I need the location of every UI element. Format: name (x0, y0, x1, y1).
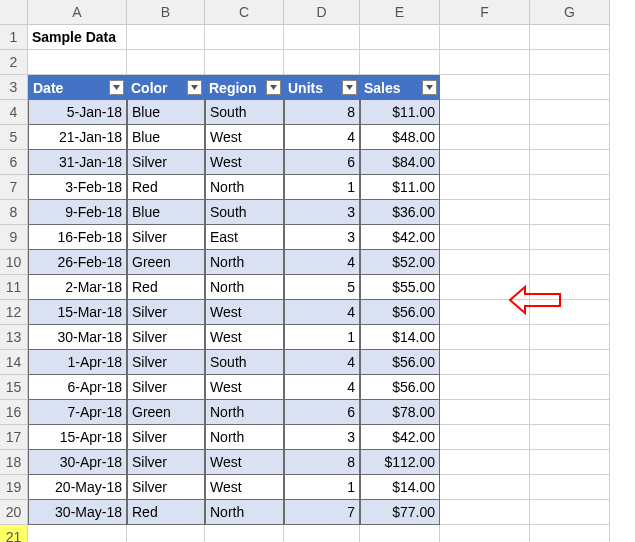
cell-units-19[interactable]: 1 (284, 475, 360, 500)
cell-region-20[interactable]: North (205, 500, 284, 525)
cell-color-6[interactable]: Silver (127, 150, 205, 175)
cell-region-8[interactable]: South (205, 200, 284, 225)
row-header-8[interactable]: 8 (0, 200, 28, 225)
cell-sales-6[interactable]: $84.00 (360, 150, 440, 175)
cell-date-9[interactable]: 16-Feb-18 (28, 225, 127, 250)
cell-1-F[interactable] (440, 25, 530, 50)
cell-date-12[interactable]: 15-Mar-18 (28, 300, 127, 325)
cell-sales-14[interactable]: $56.00 (360, 350, 440, 375)
cell-date-18[interactable]: 30-Apr-18 (28, 450, 127, 475)
cell-21-A[interactable] (28, 525, 127, 542)
filter-units-button[interactable] (342, 80, 357, 95)
cell-18-G[interactable] (530, 450, 610, 475)
row-header-14[interactable]: 14 (0, 350, 28, 375)
cell-14-F[interactable] (440, 350, 530, 375)
cell-sales-13[interactable]: $14.00 (360, 325, 440, 350)
cell-date-4[interactable]: 5-Jan-18 (28, 100, 127, 125)
cell-region-18[interactable]: West (205, 450, 284, 475)
cell-sales-4[interactable]: $11.00 (360, 100, 440, 125)
cell-8-F[interactable] (440, 200, 530, 225)
row-header-5[interactable]: 5 (0, 125, 28, 150)
cell-units-7[interactable]: 1 (284, 175, 360, 200)
cell-1-B[interactable] (127, 25, 205, 50)
cell-color-12[interactable]: Silver (127, 300, 205, 325)
cell-21-D[interactable] (284, 525, 360, 542)
col-header-F[interactable]: F (440, 0, 530, 25)
filter-date-button[interactable] (109, 80, 124, 95)
row-header-17[interactable]: 17 (0, 425, 28, 450)
filter-color-button[interactable] (187, 80, 202, 95)
cell-sales-11[interactable]: $55.00 (360, 275, 440, 300)
col-header-B[interactable]: B (127, 0, 205, 25)
cell-sales-19[interactable]: $14.00 (360, 475, 440, 500)
cell-sales-18[interactable]: $112.00 (360, 450, 440, 475)
cell-color-16[interactable]: Green (127, 400, 205, 425)
cell-17-G[interactable] (530, 425, 610, 450)
table-header-region[interactable]: Region (205, 75, 284, 100)
cell-7-G[interactable] (530, 175, 610, 200)
cell-region-16[interactable]: North (205, 400, 284, 425)
cell-region-14[interactable]: South (205, 350, 284, 375)
cell-16-F[interactable] (440, 400, 530, 425)
cell-1-C[interactable] (205, 25, 284, 50)
table-header-units[interactable]: Units (284, 75, 360, 100)
cell-6-F[interactable] (440, 150, 530, 175)
cell-2-A[interactable] (28, 50, 127, 75)
row-header-4[interactable]: 4 (0, 100, 28, 125)
cell-19-F[interactable] (440, 475, 530, 500)
row-header-12[interactable]: 12 (0, 300, 28, 325)
cell-16-G[interactable] (530, 400, 610, 425)
cell-units-16[interactable]: 6 (284, 400, 360, 425)
cell-9-G[interactable] (530, 225, 610, 250)
row-header-9[interactable]: 9 (0, 225, 28, 250)
cell-8-G[interactable] (530, 200, 610, 225)
cell-units-13[interactable]: 1 (284, 325, 360, 350)
cell-2-D[interactable] (284, 50, 360, 75)
col-header-D[interactable]: D (284, 0, 360, 25)
cell-sales-5[interactable]: $48.00 (360, 125, 440, 150)
cell-date-14[interactable]: 1-Apr-18 (28, 350, 127, 375)
cell-20-G[interactable] (530, 500, 610, 525)
cell-6-G[interactable] (530, 150, 610, 175)
col-header-E[interactable]: E (360, 0, 440, 25)
cell-color-9[interactable]: Silver (127, 225, 205, 250)
cell-units-8[interactable]: 3 (284, 200, 360, 225)
cell-2-C[interactable] (205, 50, 284, 75)
cell-date-8[interactable]: 9-Feb-18 (28, 200, 127, 225)
cell-10-F[interactable] (440, 250, 530, 275)
col-header-A[interactable]: A (28, 0, 127, 25)
row-header-7[interactable]: 7 (0, 175, 28, 200)
cell-units-9[interactable]: 3 (284, 225, 360, 250)
cell-20-F[interactable] (440, 500, 530, 525)
row-header-10[interactable]: 10 (0, 250, 28, 275)
cell-sales-8[interactable]: $36.00 (360, 200, 440, 225)
cell-13-F[interactable] (440, 325, 530, 350)
cell-sales-12[interactable]: $56.00 (360, 300, 440, 325)
cell-sales-20[interactable]: $77.00 (360, 500, 440, 525)
cell-18-F[interactable] (440, 450, 530, 475)
cell-date-16[interactable]: 7-Apr-18 (28, 400, 127, 425)
cell-color-19[interactable]: Silver (127, 475, 205, 500)
row-header-19[interactable]: 19 (0, 475, 28, 500)
col-header-C[interactable]: C (205, 0, 284, 25)
cell-sales-17[interactable]: $42.00 (360, 425, 440, 450)
row-header-1[interactable]: 1 (0, 25, 28, 50)
cell-10-G[interactable] (530, 250, 610, 275)
cell-color-8[interactable]: Blue (127, 200, 205, 225)
cell-21-B[interactable] (127, 525, 205, 542)
cell-sales-7[interactable]: $11.00 (360, 175, 440, 200)
cell-units-4[interactable]: 8 (284, 100, 360, 125)
cell-date-19[interactable]: 20-May-18 (28, 475, 127, 500)
cell-2-F[interactable] (440, 50, 530, 75)
cell-region-6[interactable]: West (205, 150, 284, 175)
cell-11-F[interactable] (440, 275, 530, 300)
cell-sales-9[interactable]: $42.00 (360, 225, 440, 250)
cell-region-7[interactable]: North (205, 175, 284, 200)
title-cell[interactable]: Sample Data (28, 25, 127, 50)
cell-2-B[interactable] (127, 50, 205, 75)
cell-units-12[interactable]: 4 (284, 300, 360, 325)
cell-region-13[interactable]: West (205, 325, 284, 350)
cell-color-10[interactable]: Green (127, 250, 205, 275)
cell-units-11[interactable]: 5 (284, 275, 360, 300)
cell-color-17[interactable]: Silver (127, 425, 205, 450)
